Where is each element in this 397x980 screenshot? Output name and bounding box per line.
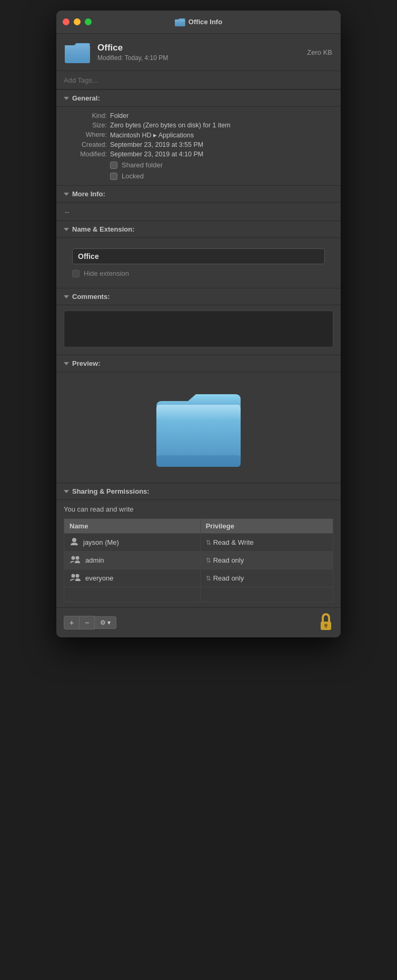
close-button[interactable] <box>63 18 70 25</box>
tags-section <box>56 71 341 89</box>
privilege-text: Read only <box>213 556 244 564</box>
general-section-header[interactable]: General: <box>56 89 341 107</box>
comments-section-header[interactable]: Comments: <box>56 288 341 305</box>
user-cell: admin <box>70 555 195 566</box>
name-extension-section-header[interactable]: Name & Extension: <box>56 221 341 238</box>
modified-row: Modified: September 23, 2019 at 4:10 PM <box>65 151 332 158</box>
table-row: everyone ⇅ Read only <box>64 569 333 587</box>
folder-preview-icon <box>146 383 251 472</box>
svg-point-10 <box>72 574 75 578</box>
shared-folder-checkbox[interactable] <box>110 162 117 169</box>
user-icon <box>70 573 81 584</box>
modified-label: Modified: <box>65 151 107 158</box>
file-modified: Modified: Today, 4:10 PM <box>97 54 300 62</box>
svg-rect-3 <box>65 45 90 63</box>
more-info-triangle-icon <box>64 193 69 196</box>
name-extension-body: Office Hide extension <box>56 238 341 288</box>
table-row: admin ⇅ Read only <box>64 552 333 569</box>
preview-section-header[interactable]: Preview: <box>56 355 341 372</box>
maximize-button[interactable] <box>85 18 92 25</box>
kind-row: Kind: Folder <box>65 112 332 119</box>
permissions-header-row: Name Privilege <box>64 519 333 534</box>
sharing-section-header[interactable]: Sharing & Permissions: <box>56 483 341 500</box>
kind-label: Kind: <box>65 112 107 119</box>
svg-rect-14 <box>325 625 327 628</box>
svg-point-8 <box>72 556 75 560</box>
where-value: Macintosh HD ▸ Applications <box>110 131 194 139</box>
sharing-triangle-icon <box>64 490 69 493</box>
file-name: Office <box>97 43 300 53</box>
privilege-value[interactable]: ⇅ Read only <box>206 556 327 564</box>
user-icon <box>70 555 81 566</box>
locked-label: Locked <box>122 172 144 180</box>
lock-icon[interactable] <box>319 613 333 632</box>
size-row: Size: Zero bytes (Zero bytes on disk) fo… <box>65 122 332 129</box>
general-label: General: <box>72 94 100 102</box>
where-label: Where: <box>65 131 107 139</box>
stepper-icon: ⇅ <box>206 575 211 582</box>
preview-label: Preview: <box>72 359 100 367</box>
hide-extension-checkbox[interactable] <box>72 270 80 277</box>
title-bar-center: Office Info <box>175 18 222 26</box>
name-extension-label: Name & Extension: <box>72 225 134 233</box>
more-info-section-header[interactable]: More Info: <box>56 185 341 203</box>
name-cell: admin <box>64 552 201 569</box>
table-row: jayson (Me) ⇅ Read & Write <box>64 534 333 552</box>
gear-action-button[interactable]: ⚙ ▾ <box>95 616 116 629</box>
locked-row: Locked <box>110 172 332 180</box>
info-window: Office Info Office Modified: Today, 4:10… <box>56 11 341 637</box>
name-cell: jayson (Me) <box>64 534 201 552</box>
file-info: Office Modified: Today, 4:10 PM <box>97 43 300 62</box>
empty-row <box>64 587 333 602</box>
folder-icon-large <box>65 41 90 63</box>
svg-point-7 <box>72 538 76 542</box>
permissions-table: Name Privilege jayson (Me) ⇅ Read & Writ… <box>64 518 333 602</box>
comments-textarea[interactable] <box>64 311 333 347</box>
more-info-body: -- <box>56 203 341 221</box>
user-name: jayson (Me) <box>83 538 119 546</box>
stepper-icon: ⇅ <box>206 557 211 564</box>
name-cell: everyone <box>64 569 201 587</box>
created-value: September 23, 2019 at 3:55 PM <box>110 141 203 148</box>
privilege-cell[interactable]: ⇅ Read only <box>200 552 333 569</box>
comments-label: Comments: <box>72 293 110 301</box>
minimize-button[interactable] <box>74 18 81 25</box>
svg-point-9 <box>76 556 80 560</box>
privilege-text: Read & Write <box>213 538 254 546</box>
file-size: Zero KB <box>307 48 332 56</box>
hide-extension-label: Hide extension <box>84 269 129 277</box>
privilege-value[interactable]: ⇅ Read only <box>206 574 327 582</box>
remove-permission-button[interactable]: − <box>80 616 95 629</box>
user-name: everyone <box>85 574 113 582</box>
user-cell: everyone <box>70 573 195 584</box>
locked-checkbox[interactable] <box>110 173 117 180</box>
col-name: Name <box>64 519 201 534</box>
shared-folder-label: Shared folder <box>122 161 163 169</box>
folder-icon <box>175 18 185 26</box>
general-section-body: Kind: Folder Size: Zero bytes (Zero byte… <box>56 107 341 185</box>
name-field-display: Office <box>72 248 325 264</box>
more-info-content: -- <box>65 208 70 216</box>
size-value: Zero bytes (Zero bytes on disk) for 1 it… <box>110 122 231 129</box>
window-title: Office Info <box>188 18 222 26</box>
privilege-cell[interactable]: ⇅ Read & Write <box>200 534 333 552</box>
privilege-value[interactable]: ⇅ Read & Write <box>206 538 327 546</box>
hide-extension-row: Hide extension <box>65 269 332 283</box>
modified-value: September 23, 2019 at 4:10 PM <box>110 151 203 158</box>
where-row: Where: Macintosh HD ▸ Applications <box>65 131 332 139</box>
add-permission-button[interactable]: + <box>64 616 80 629</box>
shared-folder-row: Shared folder <box>110 161 332 169</box>
stepper-icon: ⇅ <box>206 539 211 546</box>
name-extension-triangle-icon <box>64 228 69 231</box>
more-info-label: More Info: <box>72 190 105 198</box>
preview-body <box>56 372 341 483</box>
col-privilege: Privilege <box>200 519 333 534</box>
sharing-subtitle: You can read and write <box>64 505 333 513</box>
tags-input[interactable] <box>64 76 333 84</box>
svg-rect-6 <box>156 455 241 467</box>
privilege-cell[interactable]: ⇅ Read only <box>200 569 333 587</box>
toolbar-left: + − ⚙ ▾ <box>64 616 116 629</box>
title-bar: Office Info <box>56 11 341 34</box>
gear-chevron-icon: ▾ <box>107 619 111 626</box>
svg-point-11 <box>76 574 80 578</box>
